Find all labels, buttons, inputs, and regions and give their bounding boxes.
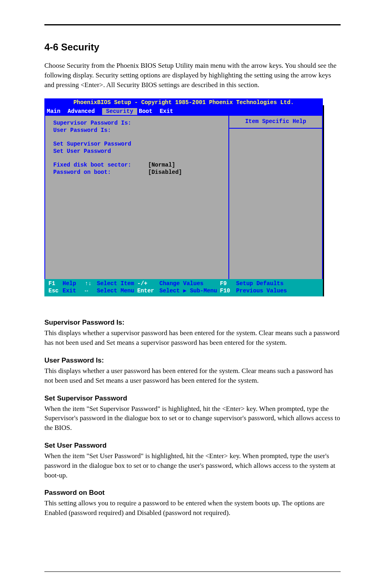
bios-settings-panel: Supervisor Password Is: User Password Is… (45, 116, 228, 279)
horizontal-rule-bottom (44, 571, 341, 572)
subhead-set-user-pw: Set User Password (44, 442, 341, 450)
value-fixed-disk-boot-sector: [Normal] (148, 162, 175, 169)
desc-user-pw-is: This displays whether a user password ha… (44, 366, 341, 386)
bios-tab-exit[interactable]: Exit (160, 108, 178, 115)
label-supervisor-pw-is: Supervisor Password Is: (53, 120, 148, 127)
row-fixed-disk-boot-sector[interactable]: Fixed disk boot sector: [Normal] (53, 162, 223, 169)
row-user-pw-is[interactable]: User Password Is: (53, 127, 223, 134)
key-f9-label: Setup Defaults (236, 280, 284, 288)
bios-tab-main[interactable]: Main (47, 108, 65, 115)
key-leftright: ↔ (85, 288, 97, 295)
bios-title-bar: PhoenixBIOS Setup - Copyright 1985-2001 … (44, 98, 323, 107)
key-f1-label: Help (63, 280, 85, 288)
key-f10-label: Previous Values (236, 288, 287, 295)
key-esc-label: Exit (63, 288, 85, 295)
key-updown: ↑↓ (85, 280, 97, 288)
row-password-on-boot[interactable]: Password on boot: [Disabled] (53, 169, 223, 176)
key-updown-label: Select Item (97, 280, 137, 288)
row-supervisor-pw-is[interactable]: Supervisor Password Is: (53, 120, 223, 127)
subhead-password-on-boot: Password on Boot (44, 489, 341, 497)
desc-set-supervisor-pw: When the item "Set Supervisor Password" … (44, 404, 341, 433)
key-enter-label: Select ▶ Sub-Menu (159, 288, 220, 295)
subhead-set-supervisor-pw: Set Supervisor Password (44, 394, 341, 402)
row-set-supervisor-pw[interactable]: Set Supervisor Password (53, 141, 223, 148)
desc-supervisor-pw-is: This displays whether a supervisor passw… (44, 328, 341, 348)
key-enter: Enter (137, 288, 159, 295)
horizontal-rule-top (44, 24, 341, 25)
bios-footer-keys: F1 Help ↑↓ Select Item -/+ Change Values… (44, 279, 323, 296)
bios-tab-advanced[interactable]: Advanced (68, 108, 99, 115)
bios-tab-boot[interactable]: Boot (139, 108, 157, 115)
label-password-on-boot: Password on boot: (53, 169, 148, 176)
bios-tab-security[interactable]: Security (102, 108, 137, 115)
key-minusplus-label: Change Values (159, 280, 220, 288)
screenshot-shadow (323, 105, 324, 296)
key-leftright-label: Select Menu (97, 288, 137, 295)
key-f1: F1 (48, 280, 63, 288)
label-fixed-disk-boot-sector: Fixed disk boot sector: (53, 162, 148, 169)
label-user-pw-is: User Password Is: (53, 127, 148, 134)
bios-menu-bar: Main Advanced Security Boot Exit (44, 107, 323, 116)
desc-password-on-boot: This setting allows you to require a pas… (44, 498, 341, 518)
subhead-supervisor-pw-is: Supervisor Password Is: (44, 319, 341, 327)
key-minusplus: -/+ (137, 280, 159, 288)
key-f10: F10 (220, 288, 236, 295)
subhead-user-pw-is: User Password Is: (44, 357, 341, 365)
label-set-user-pw: Set User Password (53, 148, 148, 155)
row-set-user-pw[interactable]: Set User Password (53, 148, 223, 155)
bios-help-title: Item Specific Help (229, 116, 322, 129)
bios-help-panel: Item Specific Help (228, 116, 322, 279)
section-heading-security: 4-6 Security (44, 42, 341, 53)
key-esc: Esc (48, 288, 63, 295)
key-f9: F9 (220, 280, 236, 288)
value-password-on-boot: [Disabled] (148, 169, 182, 176)
label-set-supervisor-pw: Set Supervisor Password (53, 141, 148, 148)
desc-set-user-pw: When the item "Set User Password" is hig… (44, 451, 341, 480)
section-intro-paragraph: Choose Security from the Phoenix BIOS Se… (44, 61, 341, 90)
bios-screenshot: PhoenixBIOS Setup - Copyright 1985-2001 … (44, 98, 323, 296)
